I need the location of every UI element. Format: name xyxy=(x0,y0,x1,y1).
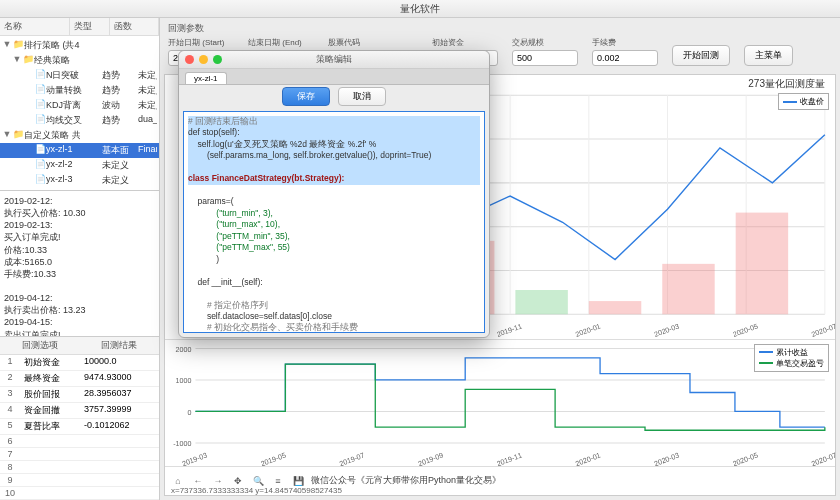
svg-text:2000: 2000 xyxy=(176,344,192,353)
tree-row[interactable]: 📄KDJ背离波动未定义 xyxy=(0,98,159,113)
svg-text:2020-03: 2020-03 xyxy=(653,450,681,465)
svg-text:1000: 1000 xyxy=(176,376,192,385)
table-row: 10 xyxy=(0,487,159,500)
table-row: 2最终资金9474.93000 xyxy=(0,371,159,387)
main-menu-button[interactable]: 主菜单 xyxy=(744,45,793,66)
svg-text:2020-03: 2020-03 xyxy=(653,322,680,338)
run-backtest-button[interactable]: 开始回测 xyxy=(672,45,730,66)
strategy-tree[interactable]: ▼📁排行策略 (共4个)▼📁经典策略📄N日突破趋势未定义📄动量转换趋势未定义📄K… xyxy=(0,36,159,190)
table-row: 9 xyxy=(0,474,159,487)
tree-header: 名称 类型 函数 xyxy=(0,18,159,36)
svg-text:2020-01: 2020-01 xyxy=(574,450,602,465)
tree-row[interactable]: 📄N日突破趋势未定义 xyxy=(0,68,159,83)
legend-sub: 累计收益 单笔交易盈亏 xyxy=(754,344,829,372)
table-row: 8 xyxy=(0,461,159,474)
modal-title: 策略编辑 xyxy=(179,53,489,66)
editor-tab[interactable]: yx-zl-1 xyxy=(185,72,227,84)
cancel-button[interactable]: 取消 xyxy=(338,87,386,106)
svg-text:-1000: -1000 xyxy=(173,439,191,448)
result-table: 回测选项回测结果 1初始资金10000.02最终资金9474.930003股价回… xyxy=(0,336,159,500)
svg-text:2019-07: 2019-07 xyxy=(338,450,366,465)
svg-text:2019-03: 2019-03 xyxy=(181,450,209,465)
legend-main: 收盘价 xyxy=(778,93,829,110)
tree-row[interactable]: 📄yx-zl-2未定义 xyxy=(0,158,159,173)
modal-titlebar[interactable]: 策略编辑 xyxy=(179,51,489,69)
cursor-coords: x=737336.7333333334 y=14.845740598527435 xyxy=(171,486,342,495)
svg-text:2019-05: 2019-05 xyxy=(260,450,288,465)
log-panel: 2019-02-12: 执行买入价格: 10.30 2019-02-13: 买入… xyxy=(0,190,159,336)
svg-rect-29 xyxy=(589,301,641,314)
save-button[interactable]: 保存 xyxy=(282,87,330,106)
svg-rect-28 xyxy=(515,290,567,314)
svg-text:2020-07: 2020-07 xyxy=(811,322,835,338)
svg-text:2019-11: 2019-11 xyxy=(496,322,523,338)
tree-row[interactable]: 📄动量转换趋势未定义 xyxy=(0,83,159,98)
svg-rect-31 xyxy=(736,213,788,315)
tree-row[interactable]: 📄yx-zl-3未定义 xyxy=(0,173,159,188)
sub-chart[interactable]: 累计收益 单笔交易盈亏 200010000-10002019-032019-05… xyxy=(165,340,835,466)
svg-text:2020-01: 2020-01 xyxy=(575,322,602,338)
svg-text:2019-11: 2019-11 xyxy=(496,450,524,465)
table-row: 3股价回报28.3956037 xyxy=(0,387,159,403)
svg-text:2020-05: 2020-05 xyxy=(732,322,759,338)
table-row: 4资金回撤3757.39999 xyxy=(0,403,159,419)
tree-row[interactable]: 📄yx-zl-1基本面FinanceDatStrate xyxy=(0,143,159,158)
tree-row[interactable]: ▼📁经典策略 xyxy=(0,53,159,68)
code-editor[interactable]: # 回测结束后输出 def stop(self): self.log(u'金叉死… xyxy=(183,111,485,333)
tree-row[interactable]: ▼📁自定义策略 共3个 xyxy=(0,128,159,143)
table-row: 5夏普比率-0.1012062 xyxy=(0,419,159,435)
tree-row[interactable]: 📄均线交叉趋势dua_ma_system xyxy=(0,113,159,128)
svg-text:0: 0 xyxy=(187,407,191,416)
tree-row[interactable]: ▼📁排行策略 (共4个) xyxy=(0,38,159,53)
svg-rect-30 xyxy=(662,264,714,314)
sidebar: 名称 类型 函数 ▼📁排行策略 (共4个)▼📁经典策略📄N日突破趋势未定义📄动量… xyxy=(0,18,160,500)
fee-input[interactable] xyxy=(592,50,658,66)
table-row: 6 xyxy=(0,435,159,448)
svg-text:2020-07: 2020-07 xyxy=(810,450,835,465)
table-row: 1初始资金10000.0 xyxy=(0,355,159,371)
table-row: 7 xyxy=(0,448,159,461)
size-input[interactable] xyxy=(512,50,578,66)
chart-title: 273量化回测度量 xyxy=(748,77,825,91)
svg-text:2019-09: 2019-09 xyxy=(417,450,445,465)
strategy-editor-modal: 策略编辑 yx-zl-1 保存 取消 # 回测结束后输出 def stop(se… xyxy=(178,50,490,338)
window-titlebar: 量化软件 xyxy=(0,0,840,18)
svg-text:2020-05: 2020-05 xyxy=(732,450,760,465)
